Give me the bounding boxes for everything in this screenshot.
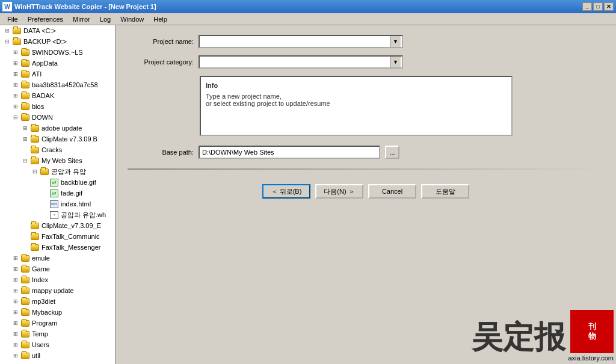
project-name-dropdown-arrow[interactable]: ▼ [390, 36, 401, 47]
tree-item-mp3diet[interactable]: ⊞ mp3diet [0, 296, 115, 307]
next-button[interactable]: 다음(N) ＞ [315, 184, 363, 199]
tree-item-clipmate[interactable]: ⊞ ClipMate v7.3.09 B [0, 134, 115, 144]
tree-item-ati[interactable]: ⊞ ATI [0, 69, 115, 79]
base-path-input[interactable] [199, 146, 380, 159]
file-icon: gif [49, 190, 59, 197]
menu-help[interactable]: Help [149, 14, 172, 24]
tree-item-program[interactable]: ⊞ Program [0, 318, 115, 329]
tree-label: ClipMate_v7.3.09_E [42, 222, 101, 229]
menu-mirror[interactable]: Mirror [68, 14, 95, 24]
tree-item-adobe-update[interactable]: ⊞ adobe update [0, 123, 115, 134]
tree-label: Mybackup [32, 309, 62, 316]
help-button[interactable]: 도움말 [421, 184, 469, 199]
tree-label: FaxTalk_Communic [42, 233, 100, 240]
tree-item-down[interactable]: ⊟ DOWN [0, 112, 115, 123]
menu-bar: File Preferences Mirror Log Window Help [0, 13, 616, 25]
folder-icon [20, 309, 30, 316]
folder-icon [30, 125, 40, 132]
menu-log[interactable]: Log [95, 14, 116, 24]
file-icon: gif [49, 179, 59, 186]
main-content: ⊞ DATA <C:> ⊟ BACKUP <D:> ⊞ $WINDOWS.~LS… [0, 25, 616, 364]
folder-icon [20, 298, 30, 305]
drive-icon [12, 38, 22, 45]
close-button[interactable]: ✕ [604, 2, 614, 11]
tree-item-util[interactable]: ⊞ util [0, 350, 115, 361]
expand-icon: ⊞ [11, 275, 20, 285]
tree-item-emule[interactable]: ⊞ emule [0, 253, 115, 264]
tree-label: 공압과 유압 [51, 167, 86, 176]
drive-icon [12, 27, 22, 34]
project-name-combo[interactable]: ▼ [199, 35, 403, 48]
tree-label: 공압과 유압.wh [61, 211, 106, 220]
tree-item-bios[interactable]: ⊞ bios [0, 101, 115, 112]
expand-icon: ⊞ [11, 58, 20, 68]
tree-item-windows-ls[interactable]: ⊞ $WINDOWS.~LS [0, 47, 115, 58]
tree-item-badak[interactable]: ⊞ BADAK [0, 90, 115, 101]
project-category-dropdown-arrow[interactable]: ▼ [390, 57, 401, 67]
menu-file[interactable]: File [2, 14, 23, 24]
tree-label: DATA <C:> [23, 27, 56, 34]
project-category-combo[interactable]: ▼ [199, 55, 403, 69]
project-category-input[interactable] [200, 57, 390, 67]
info-title: Info [206, 82, 507, 89]
tree-item-temp[interactable]: ⊞ Temp [0, 329, 115, 339]
base-path-label: Base path: [128, 149, 194, 156]
tree-item-fade-gif[interactable]: gif fade.gif [0, 188, 115, 199]
tree-item-korean-site[interactable]: ⊟ 공압과 유압 [0, 166, 115, 177]
tree-item-cracks[interactable]: Cracks [0, 144, 115, 155]
minimize-button[interactable]: _ [582, 2, 592, 11]
tree-item-faxtalk-msg[interactable]: FaxTalk_Messenger [0, 242, 115, 253]
maximize-button[interactable]: □ [593, 2, 603, 11]
tree-item-backup-d[interactable]: ⊟ BACKUP <D:> [0, 36, 115, 47]
tree-item-index-html[interactable]: html index.html [0, 199, 115, 209]
tree-item-korean-wh[interactable]: ▪ 공압과 유압.wh [0, 209, 115, 220]
tree-label: $WINDOWS.~LS [32, 49, 83, 56]
cancel-button[interactable]: Cancel [368, 184, 416, 199]
expand-icon [20, 242, 30, 252]
base-path-row: Base path: ... [128, 146, 604, 159]
red-stamp: 刊 物 [570, 310, 614, 353]
tree-item-index[interactable]: ⊞ Index [0, 274, 115, 285]
tree-item-faxtalk-comm[interactable]: FaxTalk_Communic [0, 231, 115, 242]
folder-icon [30, 244, 40, 251]
expand-icon [40, 177, 49, 187]
tree-item-backblue-gif[interactable]: gif backblue.gif [0, 177, 115, 188]
back-button[interactable]: ＜ 뒤로(B) [262, 184, 310, 199]
expand-icon: ⊞ [11, 69, 20, 79]
tree-label: Program [32, 319, 57, 327]
project-name-label: Project name: [128, 38, 194, 45]
tree-label: backblue.gif [61, 179, 96, 186]
tree-label: ClipMate v7.3.09 B [42, 135, 97, 143]
divider [128, 168, 604, 170]
title-bar-text: WinHTTrack Website Copier - [New Project… [14, 3, 582, 10]
tree-item-clipmate2[interactable]: ClipMate_v7.3.09_E [0, 220, 115, 231]
info-box: Info Type a new project name, or select … [200, 76, 513, 136]
tree-item-game[interactable]: ⊞ Game [0, 264, 115, 274]
folder-icon [20, 341, 30, 348]
browse-button[interactable]: ... [385, 146, 399, 159]
tree-item-my-web-sites[interactable]: ⊟ My Web Sites [0, 155, 115, 166]
project-name-input[interactable] [200, 36, 390, 47]
tree-item-baa3b[interactable]: ⊞ baa3b831a4520a7c58 [0, 79, 115, 90]
folder-icon [20, 330, 30, 338]
tree-item-mappy-update[interactable]: ⊞ mappy update [0, 285, 115, 296]
tree-label: util [32, 352, 40, 359]
menu-preferences[interactable]: Preferences [23, 14, 68, 24]
expand-icon: ⊞ [11, 340, 20, 350]
expand-icon: ⊞ [11, 91, 20, 100]
tree-label: Users [32, 341, 49, 348]
tree-label: Game [32, 265, 50, 273]
expand-icon: ⊞ [11, 307, 20, 317]
expand-icon: ⊞ [11, 297, 20, 306]
tree-item-data-c[interactable]: ⊞ DATA <C:> [0, 25, 115, 36]
tree-item-mybackup[interactable]: ⊞ Mybackup [0, 307, 115, 318]
file-icon: html [49, 200, 59, 208]
folder-icon [20, 287, 30, 294]
folder-icon [20, 265, 30, 273]
expand-icon [20, 221, 30, 230]
tree-item-users[interactable]: ⊞ Users [0, 339, 115, 350]
menu-window[interactable]: Window [116, 14, 149, 24]
tree-item-appdata[interactable]: ⊞ AppData [0, 58, 115, 69]
tree-label: mappy update [32, 287, 74, 294]
folder-icon [20, 276, 30, 283]
